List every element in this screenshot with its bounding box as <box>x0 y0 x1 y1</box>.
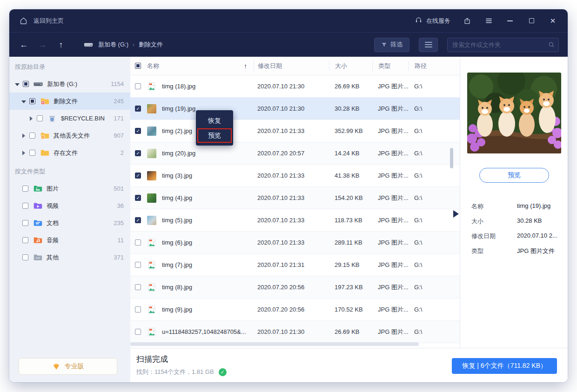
row-checkbox[interactable] <box>135 284 141 290</box>
filetype-checkbox[interactable] <box>22 254 28 260</box>
tree-expanded-icon[interactable] <box>21 99 26 104</box>
file-date: 2020.07.10 21:33 <box>254 217 329 224</box>
table-row[interactable]: timg (8).jpg2020.07.20 20:56197.23 KBJPG… <box>130 276 460 299</box>
vertical-scrollbar[interactable] <box>450 148 453 168</box>
tree-checkbox[interactable] <box>29 133 35 139</box>
tree-checkbox[interactable] <box>29 150 35 156</box>
row-checkbox[interactable] <box>135 217 141 223</box>
column-path[interactable]: 路径 <box>415 62 427 70</box>
tree-item--recycle-bin[interactable]: $RECYCLE.BIN171 <box>9 110 130 127</box>
minimize-button[interactable] <box>505 16 515 26</box>
search-input[interactable] <box>447 38 559 52</box>
row-checkbox[interactable] <box>135 173 141 179</box>
back-to-home-button[interactable]: 返回到主页 <box>19 16 64 26</box>
context-menu-item-recover[interactable]: 恢复 <box>196 113 233 128</box>
file-name: timg (18).jpg <box>162 83 198 90</box>
column-name[interactable]: 名称 <box>147 62 159 70</box>
select-all-checkbox[interactable] <box>135 63 141 69</box>
tree-checkbox[interactable] <box>37 115 43 121</box>
filter-label: 筛选 <box>390 40 403 49</box>
table-row[interactable]: timg (19).jpg2020.07.10 21:3030.28 KBJPG… <box>130 98 460 120</box>
row-checkbox[interactable] <box>135 195 141 201</box>
tree-item--[interactable]: 其他丢失文件907 <box>9 127 130 144</box>
table-row[interactable]: timg (18).jpg2020.07.10 21:3026.69 KBJPG… <box>130 75 460 98</box>
recover-button[interactable]: 恢复 | 6个文件（711.82 KB） <box>452 358 557 374</box>
pro-version-button[interactable]: 专业版 <box>19 358 117 375</box>
filetype-checkbox[interactable] <box>22 220 28 226</box>
online-service-button[interactable]: 在线服务 <box>415 16 450 26</box>
tree-item-label: 存在文件 <box>54 149 78 157</box>
tree-collapsed-icon[interactable] <box>21 151 26 155</box>
table-row[interactable]: timg (7).jpg2020.07.10 21:3129.15 KBJPG … <box>130 254 460 276</box>
row-checkbox[interactable] <box>135 150 141 156</box>
tree-collapsed-icon[interactable] <box>29 116 34 121</box>
preview-button[interactable]: 预览 <box>479 168 549 183</box>
back-to-home-label: 返回到主页 <box>34 17 64 25</box>
row-checkbox[interactable] <box>135 329 141 335</box>
tree-checkbox[interactable] <box>23 81 29 87</box>
preview-collapse-arrow[interactable] <box>453 210 459 218</box>
tree-checkbox[interactable] <box>29 98 35 104</box>
image-thumbnail <box>147 193 156 203</box>
drive-icon <box>33 80 43 89</box>
tree-item-label: 其他丢失文件 <box>54 132 90 140</box>
tree-item-drive[interactable]: 新加卷 (G:)1154 <box>9 75 130 93</box>
status-bar: 扫描完成 找到：1154个文件，1.81 GB ✓ 恢复 | 6个文件（711.… <box>130 348 568 382</box>
table-row[interactable]: timg (5).jpg2020.07.10 21:33118.73 KBJPG… <box>130 209 460 232</box>
column-size[interactable]: 大小 <box>335 62 347 70</box>
horizontal-scrollbar[interactable] <box>130 342 419 346</box>
filetype-checkbox[interactable] <box>22 237 28 243</box>
filetype-item-doc[interactable]: 文档235 <box>9 214 130 232</box>
pro-version-label: 专业版 <box>65 362 84 371</box>
sort-ascending-icon[interactable]: ↑ <box>244 62 247 70</box>
table-row[interactable]: u=1118483257,1048248705&...2020.07.10 21… <box>130 321 460 343</box>
row-checkbox[interactable] <box>135 262 141 268</box>
file-path: G:\ <box>409 172 460 179</box>
filetype-item-other[interactable]: 其他371 <box>9 249 130 266</box>
tree-collapsed-icon[interactable] <box>21 133 26 138</box>
filetype-checkbox[interactable] <box>22 186 28 192</box>
filetype-item-video[interactable]: 视频36 <box>9 197 130 214</box>
row-checkbox[interactable] <box>135 306 141 312</box>
filetype-checkbox[interactable] <box>22 203 28 209</box>
close-button[interactable]: ✕ <box>548 16 557 26</box>
row-checkbox[interactable] <box>135 106 141 112</box>
table-row[interactable]: timg (4).jpg2020.07.10 21:33154.20 KBJPG… <box>130 187 460 209</box>
row-checkbox[interactable] <box>135 83 141 89</box>
view-options-button[interactable] <box>419 38 438 52</box>
forward-button[interactable]: → <box>37 40 47 49</box>
table-row[interactable]: timg (20).jpg2020.07.20 20:5714.24 KBJPG… <box>130 142 460 165</box>
jpg-file-icon <box>147 283 156 292</box>
maximize-button[interactable] <box>527 16 536 26</box>
table-row[interactable]: timg (2).jpg2020.07.10 21:33352.99 KBJPG… <box>130 120 460 142</box>
tree-expanded-icon[interactable] <box>15 82 20 86</box>
menu-icon[interactable] <box>484 16 493 26</box>
file-name: u=1118483257,1048248705&... <box>162 328 249 335</box>
tree-item--[interactable]: 存在文件2 <box>9 144 130 161</box>
table-row[interactable]: timg (9).jpg2020.07.20 20:56170.52 KBJPG… <box>130 299 460 321</box>
filetype-item-image[interactable]: 图片501 <box>9 180 130 197</box>
table-row[interactable]: timg (3).jpg2020.07.10 21:3341.38 KBJPG … <box>130 165 460 187</box>
column-date[interactable]: 修改日期 <box>258 62 282 70</box>
preview-image <box>467 73 561 153</box>
filter-button[interactable]: 筛选 <box>374 38 409 52</box>
file-path: G:\ <box>409 239 460 246</box>
breadcrumb-drive[interactable]: 新加卷 (G:) <box>98 40 128 49</box>
breadcrumb-folder[interactable]: 删除文件 <box>139 40 163 49</box>
filetype-item-audio[interactable]: 音频11 <box>9 232 130 249</box>
share-icon[interactable] <box>463 16 472 26</box>
row-checkbox[interactable] <box>135 128 141 134</box>
back-button[interactable]: ← <box>19 40 29 49</box>
tree-item--[interactable]: 删除文件245 <box>9 93 130 110</box>
file-type: JPG 图片... <box>372 172 409 180</box>
file-date: 2020.07.10 21:33 <box>254 172 329 179</box>
detail-value: timg (19).jpg <box>517 202 550 209</box>
file-size: 118.73 KB <box>329 217 372 224</box>
context-menu-item-preview[interactable]: 预览 <box>197 128 232 143</box>
section-by-filetype: 按文件类型 <box>9 161 130 180</box>
column-type[interactable]: 类型 <box>378 62 390 70</box>
up-button[interactable]: ↑ <box>56 40 66 49</box>
table-row[interactable]: timg (6).jpg2020.07.10 21:33289.11 KBJPG… <box>130 232 460 254</box>
row-checkbox[interactable] <box>135 239 141 246</box>
file-path: G:\ <box>409 261 460 268</box>
